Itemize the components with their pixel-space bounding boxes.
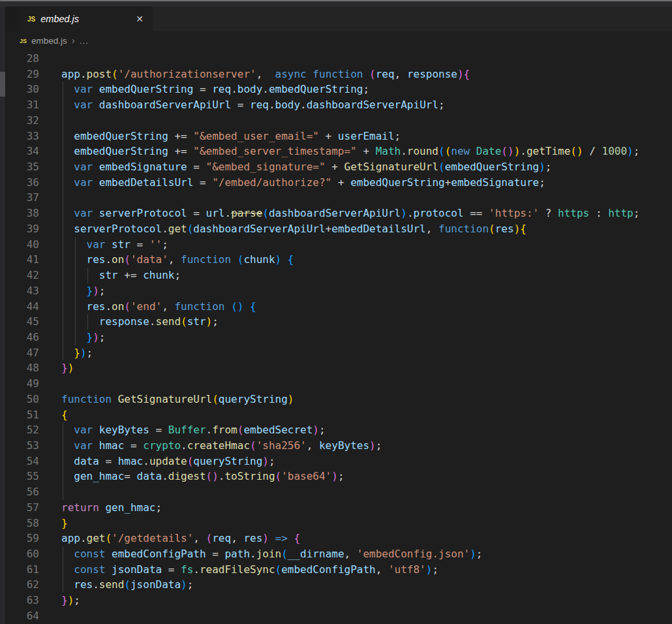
- code-line-40[interactable]: 40 var str = '';: [5, 237, 672, 253]
- code-line-44[interactable]: 44 res.on('end', function () {: [5, 299, 672, 315]
- code-line-58[interactable]: 58}: [5, 516, 672, 531]
- indent-guide: [63, 283, 63, 299]
- indent-guide: [87, 314, 88, 330]
- left-scrollbar-strip: [0, 7, 6, 624]
- code-text: embedQuerString += "&embed_server_timest…: [61, 144, 639, 159]
- code-line-29[interactable]: 29app.post('/authorizationserver', async…: [5, 67, 672, 82]
- breadcrumb: JS embed.js › ...: [5, 31, 672, 50]
- code-text: return gen_hmac;: [61, 500, 162, 516]
- code-line-52[interactable]: 52 var keyBytes = Buffer.from(embedSecre…: [5, 422, 672, 438]
- code-line-47[interactable]: 47 });: [5, 345, 672, 361]
- code-line-42[interactable]: 42 str += chunk;: [5, 268, 672, 283]
- indent-guide: [75, 283, 76, 299]
- code-line-41[interactable]: 41 res.on('data', function (chunk) {: [5, 252, 672, 268]
- line-number: 33: [5, 129, 39, 144]
- line-number: 59: [5, 531, 39, 546]
- line-number: 35: [5, 159, 39, 175]
- indent-guide: [63, 221, 63, 237]
- code-line-38[interactable]: 38 var serverProtocol = url.parse(dashbo…: [5, 206, 672, 221]
- indent-guide: [63, 190, 63, 206]
- code-text: embedQuerString += "&embed_user_email=" …: [61, 129, 401, 144]
- code-line-28[interactable]: 28: [5, 51, 672, 67]
- line-number: 40: [5, 237, 39, 253]
- code-line-64[interactable]: 64: [5, 608, 672, 624]
- code-line-33[interactable]: 33 embedQuerString += "&embed_user_email…: [5, 129, 672, 144]
- chevron-right-icon: ›: [72, 35, 75, 46]
- indent-guide: [63, 546, 63, 562]
- code-text: var embedDetailsUrl = "/embed/authorize?…: [61, 175, 545, 191]
- code-line-61[interactable]: 61 const jsonData = fs.readFileSync(embe…: [5, 562, 672, 578]
- code-line-32[interactable]: 32: [5, 113, 672, 129]
- line-number: 62: [5, 577, 39, 593]
- line-number: 28: [5, 51, 39, 67]
- indent-guide: [87, 268, 88, 283]
- line-number: 38: [5, 206, 39, 221]
- indent-guide: [63, 159, 63, 175]
- line-number: 55: [5, 469, 39, 484]
- code-line-63[interactable]: 63});: [5, 593, 672, 608]
- code-line-57[interactable]: 57return gen_hmac;: [5, 500, 672, 516]
- indent-guide: [63, 144, 63, 159]
- code-text: app.get('/getdetails', (req, res) => {: [61, 531, 300, 546]
- line-number: 61: [5, 562, 39, 578]
- line-number: 34: [5, 144, 39, 159]
- indent-guide: [63, 237, 63, 253]
- indent-guide: [75, 268, 76, 283]
- code-text: gen_hmac= data.digest().toString('base64…: [61, 469, 344, 484]
- line-number: 54: [5, 454, 39, 469]
- code-line-35[interactable]: 35 var embedSignature = "&embed_signatur…: [5, 159, 672, 175]
- code-line-56[interactable]: 56: [5, 484, 672, 500]
- vscode-window: JS embed.js ✕ JS embed.js › ... 2829app.…: [0, 0, 672, 624]
- code-text: function GetSignatureUrl(queryString): [61, 392, 294, 407]
- indent-guide: [63, 129, 63, 144]
- code-text: });: [61, 330, 105, 345]
- code-text: var serverProtocol = url.parse(dashboard…: [61, 206, 639, 221]
- line-number: 47: [5, 345, 39, 361]
- code-line-48[interactable]: 48}): [5, 360, 672, 376]
- indent-guide: [75, 330, 76, 345]
- code-line-46[interactable]: 46 });: [5, 330, 672, 345]
- tab-embed-js[interactable]: JS embed.js ✕: [18, 7, 153, 31]
- code-line-39[interactable]: 39 serverProtocol.get(dashboardServerApi…: [5, 221, 672, 237]
- code-line-53[interactable]: 53 var hmac = crypto.createHmac('sha256'…: [5, 438, 672, 454]
- line-number: 58: [5, 516, 39, 531]
- code-editor[interactable]: 2829app.post('/authorizationserver', asy…: [5, 50, 672, 624]
- code-line-60[interactable]: 60 const embedConfigPath = path.join(__d…: [5, 546, 672, 562]
- code-line-50[interactable]: 50function GetSignatureUrl(queryString): [5, 392, 672, 407]
- indent-guide: [63, 175, 63, 191]
- code-text: str += chunk;: [61, 268, 181, 283]
- code-line-43[interactable]: 43 });: [5, 283, 672, 299]
- left-scrollbar-thumb[interactable]: [0, 72, 5, 97]
- code-text: });: [61, 593, 80, 608]
- indent-guide: [63, 206, 63, 221]
- code-text: }): [61, 360, 74, 376]
- code-line-31[interactable]: 31 var dashboardServerApiUrl = req.body.…: [5, 97, 672, 113]
- code-text: var dashboardServerApiUrl = req.body.das…: [61, 97, 445, 113]
- code-line-37[interactable]: 37: [5, 190, 672, 206]
- code-line-30[interactable]: 30 var embedQuerString = req.body.embedQ…: [5, 82, 672, 97]
- line-number: 44: [5, 299, 39, 315]
- code-line-45[interactable]: 45 response.send(str);: [5, 314, 672, 330]
- line-number: 29: [5, 67, 39, 82]
- code-text: });: [61, 283, 105, 299]
- code-line-51[interactable]: 51{: [5, 407, 672, 423]
- indent-guide: [63, 469, 63, 484]
- line-number: 42: [5, 268, 39, 283]
- line-number: 63: [5, 593, 39, 608]
- line-number: 39: [5, 221, 39, 237]
- tab-close-icon[interactable]: ✕: [134, 13, 145, 25]
- breadcrumb-file[interactable]: embed.js: [31, 36, 67, 46]
- code-line-34[interactable]: 34 embedQuerString += "&embed_server_tim…: [5, 144, 672, 159]
- line-number: 53: [5, 438, 39, 454]
- editor-tab-bar: JS embed.js ✕: [5, 7, 672, 31]
- code-line-59[interactable]: 59app.get('/getdetails', (req, res) => {: [5, 531, 672, 546]
- code-line-55[interactable]: 55 gen_hmac= data.digest().toString('bas…: [5, 469, 672, 484]
- code-line-54[interactable]: 54 data = hmac.update(queryString);: [5, 454, 672, 469]
- indent-guide: [63, 330, 63, 345]
- code-line-62[interactable]: 62 res.send(jsonData);: [5, 577, 672, 593]
- breadcrumb-symbol-ellipsis[interactable]: ...: [80, 36, 89, 46]
- code-line-36[interactable]: 36 var embedDetailsUrl = "/embed/authori…: [5, 175, 672, 191]
- code-line-49[interactable]: 49: [5, 376, 672, 392]
- indent-guide: [63, 268, 63, 283]
- indent-guide: [63, 438, 63, 454]
